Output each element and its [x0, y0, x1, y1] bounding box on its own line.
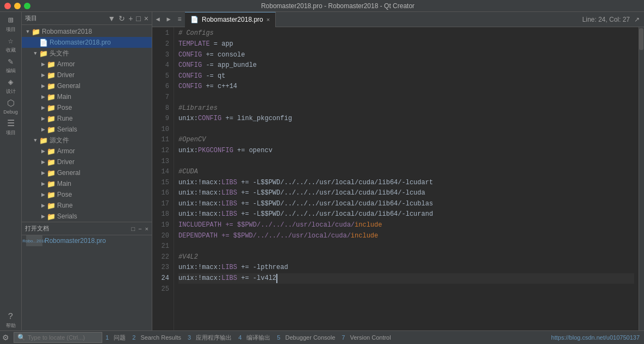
- edit-icon: ✎: [8, 58, 14, 66]
- tree-item[interactable]: ▶📁Pose: [22, 102, 152, 113]
- tree-arrow-icon: ▶: [39, 94, 47, 99]
- tree-arrow-icon: ▶: [39, 105, 47, 110]
- tree-item[interactable]: ▶📁Serials: [22, 124, 152, 135]
- status-bar-item[interactable]: 2 Search Results: [129, 331, 184, 345]
- line-number: 16: [152, 188, 169, 199]
- tree-item[interactable]: ▶📁Driver: [22, 157, 152, 167]
- tree-item[interactable]: ▶📁Rune: [22, 113, 152, 124]
- activity-project2-label: 项目: [6, 129, 16, 136]
- line-number: 10: [152, 124, 169, 135]
- activity-project2[interactable]: ☰ 项目: [1, 118, 21, 137]
- editor-scrollbar[interactable]: [639, 27, 644, 330]
- code-line: unix:!macx: LIBS += -L$$PWD/../../../usr…: [178, 209, 634, 220]
- tree-folder-icon: 📁: [47, 93, 55, 101]
- tab-close-button[interactable]: ×: [267, 16, 270, 23]
- close-button[interactable]: [4, 3, 11, 9]
- add-file-icon[interactable]: +: [128, 14, 133, 23]
- filter-icon[interactable]: ▼: [108, 14, 115, 23]
- tree-item[interactable]: ▶📁Pose: [22, 189, 152, 200]
- code-line: unix: PKGCONFIG += opencv: [178, 146, 634, 157]
- editor-tab-pro[interactable]: 📄 Robomaster2018.pro ×: [185, 12, 276, 27]
- editor-area: ◀ ▶ ≡ 📄 Robomaster2018.pro × Line: 24, C…: [152, 12, 644, 330]
- tree-item[interactable]: ▼📁源文件: [22, 135, 152, 146]
- status-bar: ⚙ 🔍 1 问题2 Search Results3 应用程序输出4 编译输出5 …: [0, 330, 644, 344]
- tree-item[interactable]: ▶📁General: [22, 167, 152, 178]
- line-number: 4: [152, 60, 169, 71]
- tree-arrow-icon: ▶: [39, 61, 47, 67]
- tree-item[interactable]: ▶📁Rune: [22, 200, 152, 211]
- tree-item-label: Driver: [57, 71, 75, 79]
- window-controls[interactable]: [4, 3, 30, 9]
- tree-arrow-icon: ▼: [32, 137, 39, 143]
- open-docs-split-icon[interactable]: □: [131, 226, 135, 232]
- project2-icon: ☰: [7, 120, 15, 128]
- tab-prev-button[interactable]: ◀: [152, 12, 163, 27]
- tree-item-label: Rune: [57, 115, 73, 122]
- minimize-button[interactable]: [14, 3, 21, 9]
- status-bar-item[interactable]: 1 问题: [102, 331, 129, 345]
- open-doc-item[interactable]: Robo...2018 Robomaster2018.pro: [22, 235, 152, 246]
- activity-edit[interactable]: ✎ 编辑: [1, 56, 21, 76]
- editor-expand-icon[interactable]: ↗: [634, 16, 640, 23]
- tree-folder-icon: 📁: [32, 28, 40, 36]
- window-title: Robomaster2018.pro - Robomaster2018 - Qt…: [36, 2, 640, 10]
- tree-folder-icon: 📁: [47, 191, 55, 199]
- tree-arrow-icon: ▼: [24, 29, 32, 34]
- locate-input[interactable]: [28, 334, 98, 341]
- tree-item-label: Armor: [57, 60, 75, 68]
- status-bar-item[interactable]: 3 应用程序输出: [184, 331, 235, 345]
- tree-item[interactable]: ▶📁Driver: [22, 70, 152, 80]
- code-line: unix:!macx: LIBS += -L$$PWD/../../../usr…: [178, 177, 634, 188]
- tree-folder-icon: 📁: [47, 147, 55, 155]
- open-docs-collapse-icon[interactable]: −: [138, 226, 141, 232]
- activity-design[interactable]: ◈ 设计: [1, 77, 21, 96]
- sync-icon[interactable]: ↻: [119, 14, 125, 23]
- line-number: 7: [152, 92, 169, 103]
- tab-next-button[interactable]: ▶: [163, 12, 174, 27]
- tree-item[interactable]: ▶📁Main: [22, 178, 152, 189]
- tree-folder-icon: 📁: [47, 126, 55, 134]
- code-editor[interactable]: 1234567891011121314151617181920212223242…: [152, 27, 644, 330]
- tree-item[interactable]: 📄Robomaster2018.pro: [22, 37, 152, 48]
- collapse-icon[interactable]: □: [136, 14, 140, 23]
- tree-item-label: Rune: [57, 202, 73, 209]
- tree-arrow-icon: ▶: [39, 181, 47, 186]
- tree-item[interactable]: ▶📁Serials: [22, 211, 152, 222]
- activity-projects[interactable]: ⊞ 项目: [1, 15, 21, 34]
- tab-menu-button[interactable]: ≡: [174, 12, 185, 27]
- tree-item[interactable]: ▶📁Main: [22, 91, 152, 102]
- tree-item[interactable]: ▶📁Armor: [22, 146, 152, 157]
- search-icon: 🔍: [17, 334, 26, 341]
- open-docs-close-icon[interactable]: ×: [145, 226, 148, 232]
- code-line: # Configs: [178, 28, 634, 39]
- activity-help[interactable]: ? 帮助: [1, 311, 21, 330]
- close-panel-icon[interactable]: ×: [144, 14, 148, 23]
- tree-arrow-icon: ▶: [39, 148, 47, 154]
- code-content[interactable]: # ConfigsTEMPLATE = appCONFIG += console…: [174, 27, 639, 330]
- activity-debug[interactable]: ⬡ Debug: [1, 97, 21, 117]
- tree-folder-icon: 📁: [47, 115, 55, 123]
- locate-search-box[interactable]: 🔍: [14, 332, 102, 343]
- activity-favorites[interactable]: ☆ 收藏: [1, 35, 21, 55]
- tree-item[interactable]: ▶📁General: [22, 80, 152, 91]
- sidebar-header-label: 项目: [25, 14, 37, 22]
- projects-icon: ⊞: [8, 16, 14, 25]
- tree-arrow-icon: ▼: [32, 51, 39, 56]
- doc-thumbnail: Robo...2018: [26, 235, 42, 246]
- status-bar-item[interactable]: 4 编译输出: [235, 331, 274, 345]
- tree-folder-icon: 📁: [39, 136, 48, 145]
- status-item-number: 5: [277, 334, 280, 341]
- code-line: #V4L2: [178, 252, 634, 262]
- tree-item[interactable]: ▼📁Robomaster2018: [22, 26, 152, 37]
- status-bar-item[interactable]: 5 Debugger Console: [274, 331, 338, 345]
- tree-item-label: 头文件: [49, 49, 69, 58]
- tree-item[interactable]: ▼📁头文件: [22, 48, 152, 59]
- status-bar-item[interactable]: 7 Version Control: [338, 331, 394, 345]
- line-number: 9: [152, 114, 169, 124]
- status-item-number: 2: [132, 334, 135, 341]
- tree-item-label: Driver: [57, 158, 75, 166]
- maximize-button[interactable]: [24, 3, 30, 9]
- tree-folder-icon: 📁: [47, 202, 55, 210]
- tree-item-label: Armor: [57, 147, 75, 155]
- tree-item[interactable]: ▶📁Armor: [22, 59, 152, 70]
